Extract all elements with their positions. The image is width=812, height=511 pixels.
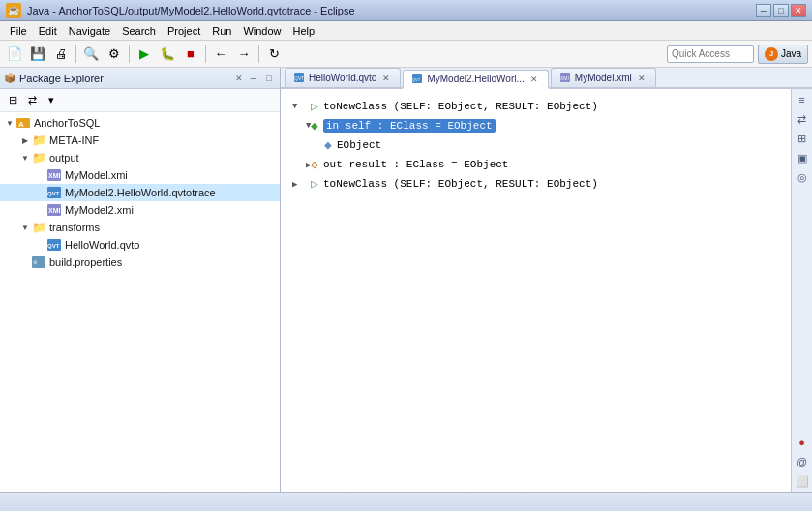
forward-button[interactable]: → — [233, 44, 255, 65]
right-btn-4[interactable]: ▣ — [794, 149, 811, 166]
expand-line-1[interactable]: ▼ — [292, 102, 306, 111]
new-button[interactable]: 📄 — [4, 44, 25, 65]
print-button[interactable]: 🖨 — [50, 44, 72, 65]
tree-item-anchortosql[interactable]: ▼ A AnchorToSQL — [0, 114, 280, 132]
right-btn-2[interactable]: ⇄ — [794, 110, 811, 128]
collapse-all-button[interactable]: ⊟ — [4, 92, 21, 109]
tree-item-helloworld-qvto[interactable]: QVT HelloWorld.qvto — [0, 236, 280, 254]
menu-run[interactable]: Run — [206, 23, 237, 39]
package-explorer-panel: 📦 Package Explorer ✕ ─ □ ⊟ ⇄ ▾ ▼ A — [0, 68, 281, 492]
tab-mymodel2-label: MyModel2.HelloWorl... — [427, 74, 524, 84]
svg-text:XMI: XMI — [48, 172, 61, 179]
build-props-icon: ⚙ — [31, 255, 46, 270]
quick-access-area: J Java — [667, 45, 808, 64]
right-btn-1[interactable]: ≡ — [794, 91, 811, 108]
back-button[interactable]: ← — [210, 44, 231, 65]
tree-item-transforms[interactable]: ▼ 📁 transforms — [0, 219, 280, 236]
editor-content: ▼ ▷ toNewClass (SELF: EObject, RESULT: E… — [281, 89, 812, 492]
tab-mymodel2-close[interactable]: ✕ — [528, 74, 540, 85]
transforms-icon: 📁 — [31, 220, 46, 235]
toolbar-sep-2 — [129, 45, 130, 63]
panel-minimize-button[interactable]: ─ — [247, 72, 260, 85]
maximize-button[interactable]: □ — [773, 4, 789, 17]
svg-text:XMI: XMI — [560, 75, 569, 81]
link-with-editor-button[interactable]: ⇄ — [23, 92, 41, 109]
search-button[interactable]: 🔍 — [80, 44, 102, 65]
right-btn-5[interactable]: ◎ — [794, 168, 811, 186]
svg-text:QVT: QVT — [47, 243, 60, 249]
content-area: QVT HelloWorld.qvto ✕ QVT MyModel2.Hello… — [281, 68, 812, 492]
tree-item-build-props[interactable]: ⚙ build.properties — [0, 254, 280, 271]
menu-navigate[interactable]: Navigate — [63, 23, 116, 39]
java-perspective-label: Java — [781, 48, 801, 59]
metainf-label: META-INF — [49, 135, 99, 146]
expand-mymodel-xmi — [35, 169, 46, 181]
mymodel-xmi-icon: XMI — [46, 167, 62, 183]
content-line-4: ▶ ◇ out result : EClass = EObject — [292, 155, 779, 174]
package-explorer-header-icon: 📦 — [4, 73, 15, 83]
expand-line-5[interactable]: ▶ — [292, 179, 306, 190]
expand-qvtotrace — [35, 187, 46, 198]
tree-item-metainf[interactable]: ▶ 📁 META-INF — [0, 132, 280, 149]
panel-maximize-button[interactable]: □ — [262, 72, 276, 85]
minimize-button[interactable]: ─ — [756, 4, 771, 17]
menu-project[interactable]: Project — [162, 23, 206, 39]
helloworld-qvto-icon: QVT — [46, 237, 62, 253]
save-button[interactable]: 💾 — [27, 44, 48, 65]
debug-button[interactable]: 🐛 — [157, 44, 178, 65]
run-button[interactable]: ▶ — [134, 44, 155, 65]
right-btn-3[interactable]: ⊞ — [794, 130, 811, 147]
right-btn-8[interactable]: ⬜ — [794, 472, 811, 490]
expand-line-2[interactable]: ▼ — [292, 121, 306, 131]
svg-text:QVT: QVT — [412, 77, 421, 82]
output-icon: 📁 — [31, 150, 46, 165]
content-line-3: ◆ EObject — [292, 135, 779, 155]
toolbar: 📄 💾 🖨 🔍 ⚙ ▶ 🐛 ■ ← → ↻ J Java — [0, 41, 812, 68]
qvtotrace-icon: QVT — [46, 185, 62, 200]
stop-button[interactable]: ■ — [180, 44, 201, 65]
menu-edit[interactable]: Edit — [33, 23, 63, 39]
quick-access-input[interactable] — [667, 45, 754, 63]
tree-menu-button[interactable]: ▾ — [43, 92, 60, 109]
editor-main[interactable]: ▼ ▷ toNewClass (SELF: EObject, RESULT: E… — [281, 89, 791, 492]
text-line-1: toNewClass (SELF: EObject, RESULT: EObje… — [323, 101, 598, 112]
app-icon: ☕ — [6, 3, 21, 18]
tab-mymodel-xmi-icon: XMI — [559, 72, 571, 85]
helloworld-qvto-label: HelloWorld.qvto — [65, 239, 139, 251]
tab-mymodel2-trace[interactable]: QVT MyModel2.HelloWorl... ✕ — [403, 70, 548, 89]
refresh-button[interactable]: ↻ — [263, 44, 285, 65]
menu-window[interactable]: Window — [237, 23, 286, 39]
output-label: output — [49, 152, 79, 164]
tab-helloworld-qvto[interactable]: QVT HelloWorld.qvto ✕ — [285, 68, 401, 87]
expand-output[interactable]: ▼ — [19, 152, 31, 164]
menu-help[interactable]: Help — [287, 23, 321, 39]
right-btn-6[interactable]: ● — [794, 434, 811, 451]
menu-search[interactable]: Search — [116, 23, 162, 39]
content-line-1: ▼ ▷ toNewClass (SELF: EObject, RESULT: E… — [292, 97, 779, 116]
tab-helloworld-close[interactable]: ✕ — [380, 73, 392, 84]
tree-item-mymodel-xmi[interactable]: XMI MyModel.xmi — [0, 166, 280, 184]
tree-item-output[interactable]: ▼ 📁 output — [0, 149, 280, 166]
expand-line-4[interactable]: ▶ — [292, 160, 306, 170]
build-props-label: build.properties — [49, 256, 122, 268]
expand-transforms[interactable]: ▼ — [19, 222, 31, 233]
menu-file[interactable]: File — [4, 23, 33, 39]
tab-mymodel-xmi-close[interactable]: ✕ — [636, 73, 647, 84]
tree-area[interactable]: ▼ A AnchorToSQL ▶ 📁 META-INF ▼ 📁 — [0, 112, 280, 492]
editor-tabs: QVT HelloWorld.qvto ✕ QVT MyModel2.Hello… — [281, 68, 812, 89]
expand-metainf[interactable]: ▶ — [19, 135, 31, 146]
expand-anchortosql[interactable]: ▼ — [4, 117, 15, 129]
tree-item-mymodel2-xmi[interactable]: XMI MyModel2.xmi — [0, 201, 280, 219]
tab-mymodel-xmi[interactable]: XMI MyModel.xmi ✕ — [551, 68, 656, 87]
icon-line-4: ◇ — [306, 157, 323, 172]
toolbar-sep-4 — [258, 45, 259, 63]
close-button[interactable]: ✕ — [791, 4, 806, 17]
anchortosql-label: AnchorToSQL — [34, 117, 100, 129]
java-perspective-button[interactable]: J Java — [758, 45, 808, 64]
settings-button[interactable]: ⚙ — [104, 44, 125, 65]
tree-item-qvtotrace[interactable]: QVT MyModel2.HelloWorld.qvtotrace — [0, 184, 280, 201]
menu-bar: File Edit Navigate Search Project Run Wi… — [0, 21, 812, 41]
right-btn-7[interactable]: @ — [794, 453, 811, 470]
mymodel2-xmi-label: MyModel2.xmi — [65, 204, 134, 216]
package-explorer-marker: ✕ — [235, 74, 243, 83]
